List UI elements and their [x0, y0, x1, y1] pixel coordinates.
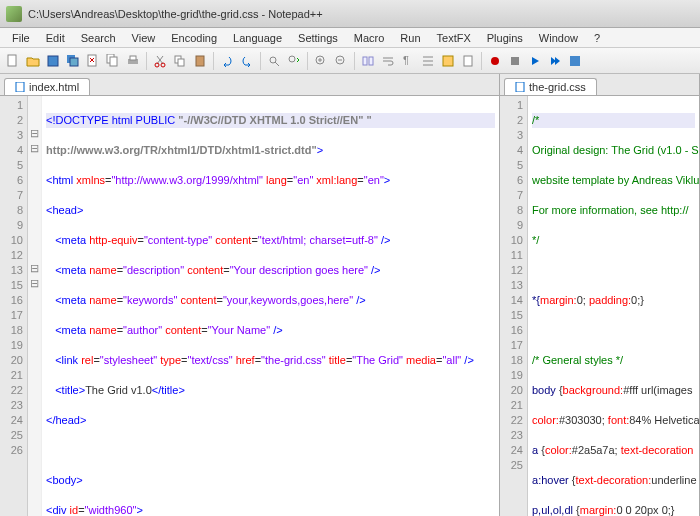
svg-rect-21: [443, 56, 453, 66]
left-pane: index.html 12345678910121315161718192021…: [0, 74, 500, 516]
find-icon[interactable]: [265, 52, 283, 70]
editor-left[interactable]: 123456789101213151617181920212223242526 …: [0, 96, 499, 516]
tab-index[interactable]: index.html: [4, 78, 90, 95]
file-icon: [15, 82, 25, 92]
menu-macro[interactable]: Macro: [346, 30, 393, 46]
save-icon[interactable]: [44, 52, 62, 70]
closeall-icon[interactable]: [104, 52, 122, 70]
sync-icon[interactable]: [359, 52, 377, 70]
open-icon[interactable]: [24, 52, 42, 70]
gutter: 1234567891011121314151617181920212223242…: [500, 96, 528, 516]
menu-file[interactable]: File: [4, 30, 38, 46]
tab-css[interactable]: the-grid.css: [504, 78, 597, 95]
right-pane: the-grid.css 123456789101112131415161718…: [500, 74, 700, 516]
lang-icon[interactable]: [439, 52, 457, 70]
tab-row-right: the-grid.css: [500, 74, 699, 96]
svg-rect-19: [369, 57, 373, 65]
svg-rect-12: [178, 59, 184, 66]
playmulti-icon[interactable]: [546, 52, 564, 70]
cut-icon[interactable]: [151, 52, 169, 70]
zoomout-icon[interactable]: [332, 52, 350, 70]
new-icon[interactable]: [4, 52, 22, 70]
svg-rect-25: [570, 56, 580, 66]
file-icon: [515, 82, 525, 92]
svg-rect-13: [196, 56, 204, 66]
svg-rect-3: [70, 58, 78, 66]
svg-rect-1: [48, 56, 58, 66]
editor-right[interactable]: 1234567891011121314151617181920212223242…: [500, 96, 699, 516]
tab-row-left: index.html: [0, 74, 499, 96]
tab-label: index.html: [29, 81, 79, 93]
gutter: 123456789101213151617181920212223242526: [0, 96, 28, 516]
stop-icon[interactable]: [506, 52, 524, 70]
svg-point-23: [491, 57, 499, 65]
menu-help[interactable]: ?: [586, 30, 608, 46]
svg-rect-8: [130, 56, 136, 60]
saveall-icon[interactable]: [64, 52, 82, 70]
menu-language[interactable]: Language: [225, 30, 290, 46]
svg-rect-27: [516, 82, 524, 92]
record-icon[interactable]: [486, 52, 504, 70]
svg-rect-18: [363, 57, 367, 65]
toolbar: ¶: [0, 48, 700, 74]
code-area[interactable]: /* Original design: The Grid (v1.0 - S w…: [528, 96, 699, 516]
play-icon[interactable]: [526, 52, 544, 70]
svg-rect-22: [464, 56, 472, 66]
undo-icon[interactable]: [218, 52, 236, 70]
menubar: File Edit Search View Encoding Language …: [0, 28, 700, 48]
doc-icon[interactable]: [459, 52, 477, 70]
wrap-icon[interactable]: [379, 52, 397, 70]
svg-rect-6: [110, 57, 117, 66]
redo-icon[interactable]: [238, 52, 256, 70]
menu-run[interactable]: Run: [392, 30, 428, 46]
paste-icon[interactable]: [191, 52, 209, 70]
menu-textfx[interactable]: TextFX: [429, 30, 479, 46]
svg-point-15: [289, 56, 295, 62]
menu-window[interactable]: Window: [531, 30, 586, 46]
svg-rect-0: [8, 55, 16, 66]
titlebar: C:\Users\Andreas\Desktop\the-grid\the-gr…: [0, 0, 700, 28]
saverec-icon[interactable]: [566, 52, 584, 70]
svg-rect-24: [511, 57, 519, 65]
indent-icon[interactable]: [419, 52, 437, 70]
menu-plugins[interactable]: Plugins: [479, 30, 531, 46]
window-title: C:\Users\Andreas\Desktop\the-grid\the-gr…: [28, 8, 323, 20]
menu-search[interactable]: Search: [73, 30, 124, 46]
replace-icon[interactable]: [285, 52, 303, 70]
chars-icon[interactable]: ¶: [399, 52, 417, 70]
menu-settings[interactable]: Settings: [290, 30, 346, 46]
copy-icon[interactable]: [171, 52, 189, 70]
svg-text:¶: ¶: [403, 54, 409, 66]
menu-view[interactable]: View: [124, 30, 164, 46]
code-area[interactable]: <!DOCTYPE html PUBLIC "-//W3C//DTD XHTML…: [42, 96, 499, 516]
app-icon: [6, 6, 22, 22]
menu-edit[interactable]: Edit: [38, 30, 73, 46]
zoomin-icon[interactable]: [312, 52, 330, 70]
print-icon[interactable]: [124, 52, 142, 70]
close-icon[interactable]: [84, 52, 102, 70]
menu-encoding[interactable]: Encoding: [163, 30, 225, 46]
svg-rect-26: [16, 82, 24, 92]
fold-column[interactable]: ⊟⊟ ⊟⊟: [28, 96, 42, 516]
tab-label: the-grid.css: [529, 81, 586, 93]
